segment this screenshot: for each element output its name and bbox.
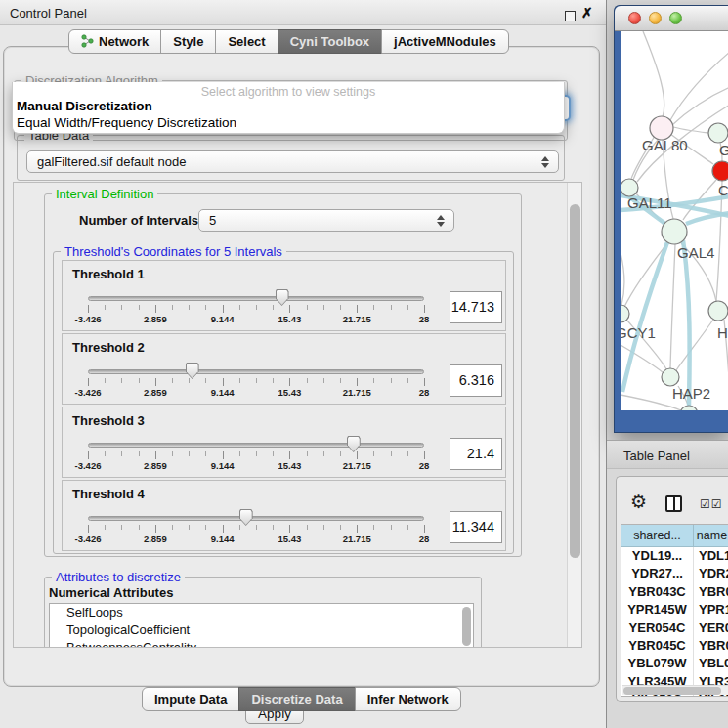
gear-icon[interactable]: ⚙ [630, 492, 647, 511]
threshold-value-field[interactable]: 11.344 [450, 511, 502, 543]
table-row[interactable]: YBL079WYBL079W [621, 655, 728, 672]
slider-tick-label: 9.144 [211, 314, 235, 324]
table-cell-shared-name: YBR045C [621, 637, 694, 655]
slider-tick [239, 378, 240, 383]
list-scrollbar-thumb[interactable] [462, 607, 471, 646]
slider-track[interactable] [88, 516, 424, 521]
threshold-value-field[interactable]: 6.316 [450, 364, 502, 397]
tab-discretize-data[interactable]: Discretize Data [238, 687, 355, 711]
table-data-combobox[interactable]: galFiltered.sif default node [26, 150, 559, 173]
tab-infer-network[interactable]: Infer Network [355, 687, 461, 711]
slider-thumb[interactable] [276, 289, 289, 306]
slider-tick [121, 305, 122, 310]
tab-cyni-toolbox[interactable]: Cyni Toolbox [278, 29, 382, 54]
slider-track[interactable] [88, 296, 424, 301]
column-header-name[interactable]: name [694, 525, 728, 546]
dropdown-option-equal-width[interactable]: Equal Width/Frequency Discretization [16, 115, 561, 130]
tab-impute-data[interactable]: Impute Data [142, 687, 239, 711]
slider-track[interactable] [88, 369, 424, 374]
table-row[interactable]: YBR043CYBR043C [621, 583, 728, 601]
network-canvas[interactable]: GAL80GACGAL11GAL4GCY1HHAP2 [621, 31, 728, 410]
table-row[interactable]: YDR27...YDR27... [621, 565, 728, 582]
threshold-value-field[interactable]: 14.713 [450, 291, 502, 323]
network-edge[interactable] [621, 253, 624, 305]
tab-network-label: Network [99, 34, 149, 49]
network-node-label: H [717, 324, 728, 341]
dropdown-option-manual[interactable]: Manual Discretization [16, 99, 561, 113]
top-tab-bar: Network Style Select Cyni Toolbox jActiv… [68, 29, 509, 54]
number-of-intervals-label: Number of Intervals [79, 213, 198, 228]
threshold-label: Threshold 2 [72, 340, 145, 355]
attribute-list-item[interactable]: BetweennessCentrality [50, 639, 473, 648]
slider-tick [239, 451, 240, 456]
column-header-shared-name[interactable]: shared... [621, 525, 694, 546]
tab-jactivemnodules[interactable]: jActiveMNodules [381, 29, 509, 54]
network-edge[interactable] [670, 52, 728, 120]
slider-tick [391, 451, 392, 456]
table-row[interactable]: YPR145WYPR145W [621, 601, 728, 619]
network-node[interactable] [680, 406, 698, 410]
horizontal-scrollbar[interactable] [622, 685, 728, 695]
network-node[interactable] [708, 301, 728, 321]
table-row[interactable]: YDL19...YDL19... [621, 547, 728, 565]
close-icon[interactable]: ✗ [581, 5, 593, 21]
column-checkboxes-icon[interactable]: ☑☑ [700, 497, 723, 511]
slider-tick [340, 305, 341, 310]
minimize-traffic-light-icon[interactable] [649, 12, 662, 24]
network-view-window[interactable]: GAL80GACGAL11GAL4GCY1HHAP2 [614, 5, 728, 433]
network-node[interactable] [621, 305, 629, 322]
table-row[interactable]: YER054CYER054C [621, 620, 728, 637]
zoom-traffic-light-icon[interactable] [669, 12, 682, 24]
network-node[interactable] [662, 368, 679, 386]
slider-thumb[interactable] [186, 363, 199, 379]
network-window-titlebar[interactable] [615, 6, 728, 31]
network-edge[interactable] [643, 31, 664, 117]
network-node[interactable] [712, 161, 728, 181]
table-row[interactable]: YBR045CYBR045C [621, 637, 728, 655]
table-cell-name: YBR045C [694, 637, 728, 655]
horizontal-scrollbar-thumb[interactable] [623, 687, 721, 695]
scrollbar-thumb[interactable] [570, 204, 580, 558]
slider-tick [223, 378, 224, 386]
close-traffic-light-icon[interactable] [628, 12, 641, 24]
network-edge-highlighted[interactable] [686, 213, 728, 224]
network-node[interactable] [708, 123, 728, 143]
slider-tick [223, 525, 224, 533]
network-edge[interactable] [624, 243, 667, 307]
table-cell-shared-name: YPR145W [621, 601, 694, 619]
slider-tick [172, 525, 173, 530]
number-of-intervals-combobox[interactable]: 5 [198, 209, 454, 232]
slider-tick [172, 378, 173, 383]
table-cell-shared-name: YER054C [621, 620, 694, 637]
tab-style[interactable]: Style [160, 29, 216, 54]
slider-tick-label: -3.426 [75, 387, 102, 398]
numerical-attributes-label: Numerical Attributes [49, 585, 173, 600]
slider-track[interactable] [88, 443, 424, 448]
tab-network[interactable]: Network [68, 29, 161, 54]
slider-thumb[interactable] [239, 509, 253, 526]
network-node[interactable] [662, 219, 687, 244]
network-icon [81, 34, 94, 48]
slider-tick [256, 378, 257, 383]
split-view-icon[interactable] [665, 495, 682, 512]
slider-tick [357, 378, 358, 386]
table-panel: ⚙ ☑☑ shared... name YDL19...YDL19...YDR2… [616, 476, 728, 702]
tab-select[interactable]: Select [215, 29, 278, 54]
slider-thumb[interactable] [347, 436, 361, 452]
attribute-list-item[interactable]: TopologicalCoefficient [50, 621, 473, 639]
table-cell-name: YBL079W [694, 655, 728, 672]
numerical-attributes-list[interactable]: SelfLoopsTopologicalCoefficientBetweenne… [49, 603, 474, 648]
slider-tick [172, 305, 173, 310]
attribute-list-item[interactable]: SelfLoops [50, 604, 473, 621]
slider-tick [223, 305, 224, 313]
network-edge[interactable] [670, 244, 675, 368]
network-edge-highlighted[interactable] [683, 240, 690, 406]
slider-tick [391, 305, 392, 310]
attributes-group-label: Attributes to discretize [52, 570, 185, 584]
tab-discretize-data-label: Discretize Data [251, 692, 342, 707]
float-window-icon[interactable] [565, 11, 576, 21]
slider-tick [391, 378, 392, 383]
threshold-value-field[interactable]: 21.4 [450, 438, 502, 470]
table-panel-titlebar: Table Panel [607, 440, 728, 469]
network-edge[interactable] [676, 320, 713, 370]
